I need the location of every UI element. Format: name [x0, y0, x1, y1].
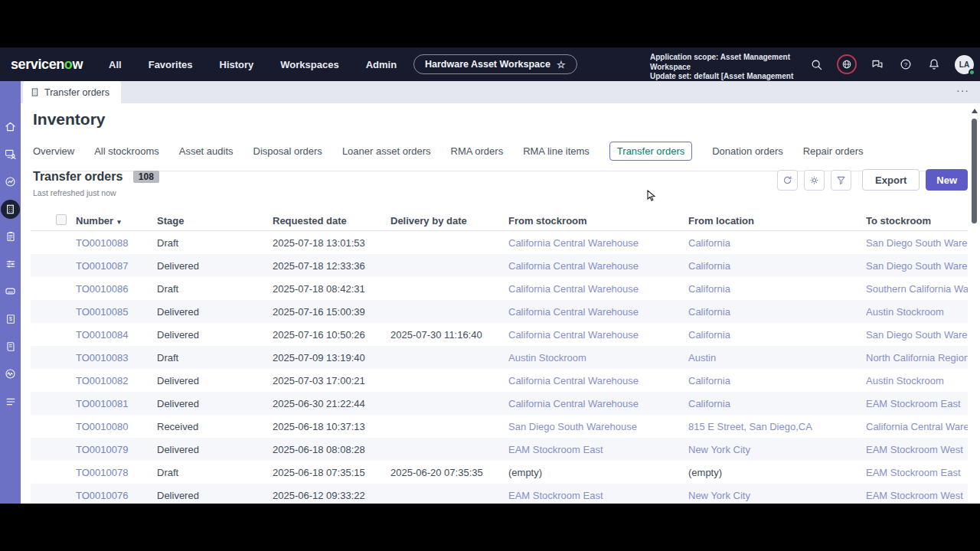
- avatar[interactable]: LA: [955, 55, 974, 74]
- contracts-book-icon[interactable]: [1, 337, 20, 356]
- cell-from-location[interactable]: California: [688, 306, 866, 318]
- cell-from-stockroom[interactable]: California Central Warehouse: [508, 329, 688, 341]
- tab-overview[interactable]: Overview: [33, 142, 74, 160]
- tab-disposal-orders[interactable]: Disposal orders: [253, 142, 322, 160]
- help-icon[interactable]: ?: [898, 57, 913, 72]
- cell-from-stockroom[interactable]: EAM Stockroom East: [508, 444, 688, 455]
- controls-sliders-icon[interactable]: [1, 254, 20, 273]
- cell-from-stockroom[interactable]: California Central Warehouse: [508, 283, 688, 295]
- settings-button[interactable]: [804, 170, 825, 191]
- analytics-icon[interactable]: [1, 172, 20, 191]
- column-header-to-stockroom[interactable]: To stockroom: [866, 215, 968, 227]
- table-row[interactable]: TO0010082Delivered2025-07-03 17:00:21Cal…: [31, 369, 968, 392]
- cell-from-stockroom[interactable]: California Central Warehouse: [508, 398, 688, 409]
- health-pulse-icon[interactable]: [1, 364, 20, 383]
- agent-workspace-icon[interactable]: [1, 145, 20, 164]
- export-button[interactable]: Export: [862, 169, 920, 191]
- scrollbar-up-arrow-icon[interactable]: [972, 109, 978, 113]
- cell-to-stockroom[interactable]: EAM Stockroom East: [866, 398, 968, 409]
- search-icon[interactable]: [808, 57, 824, 72]
- cell-to-stockroom[interactable]: Austin Stockroom: [866, 375, 968, 386]
- scrollbar-thumb[interactable]: [972, 119, 977, 223]
- tab-repair-orders[interactable]: Repair orders: [803, 142, 864, 160]
- cell-from-stockroom[interactable]: Austin Stockroom: [508, 352, 688, 364]
- audit-clipboard-icon[interactable]: [1, 227, 20, 246]
- cell-number[interactable]: TO0010082: [76, 375, 157, 386]
- cell-to-stockroom[interactable]: Southern California Ware: [866, 283, 968, 295]
- column-header-number[interactable]: Number▾: [76, 215, 157, 227]
- workspace-switcher[interactable]: Hardware Asset Workspace ☆: [413, 54, 577, 74]
- tab-rma-line-items[interactable]: RMA line items: [523, 142, 590, 160]
- hardware-drive-icon[interactable]: [1, 282, 20, 301]
- cell-from-location[interactable]: California: [688, 260, 866, 272]
- inventory-building-icon[interactable]: [1, 200, 20, 219]
- cell-to-stockroom[interactable]: Austin Stockroom: [866, 306, 968, 318]
- chat-icon[interactable]: [870, 57, 885, 72]
- open-record-tab-transfer-orders[interactable]: Transfer orders: [23, 81, 121, 103]
- tab-asset-audits[interactable]: Asset audits: [179, 142, 234, 160]
- favorite-star-icon[interactable]: ☆: [557, 59, 566, 70]
- column-header-stage[interactable]: Stage: [157, 215, 273, 227]
- table-row[interactable]: TO0010087Delivered2025-07-18 12:33:36Cal…: [31, 254, 968, 277]
- cell-from-stockroom[interactable]: California Central Warehouse: [508, 260, 688, 272]
- cell-number[interactable]: TO0010086: [76, 283, 157, 295]
- cell-to-stockroom[interactable]: San Diego South Wareho: [866, 260, 968, 272]
- table-row[interactable]: TO0010079Delivered2025-06-18 08:08:28EAM…: [31, 438, 968, 461]
- cell-from-location[interactable]: Austin: [688, 352, 866, 364]
- new-button[interactable]: New: [926, 169, 968, 191]
- nav-item-favorites[interactable]: Favorites: [149, 59, 193, 70]
- cell-to-stockroom[interactable]: San Diego South Wareho: [866, 237, 968, 249]
- cell-from-location[interactable]: California: [688, 329, 866, 341]
- cell-from-stockroom[interactable]: San Diego South Warehouse: [508, 421, 688, 432]
- cell-to-stockroom[interactable]: EAM Stockroom West: [866, 444, 968, 455]
- list-menu-icon[interactable]: [1, 392, 20, 411]
- table-row[interactable]: TO0010081Delivered2025-06-30 21:22:44Cal…: [31, 392, 968, 415]
- cell-number[interactable]: TO0010081: [76, 398, 157, 409]
- column-header-delivery-by-date[interactable]: Delivery by date: [390, 215, 508, 227]
- more-options-icon[interactable]: ···: [956, 84, 969, 96]
- select-all-checkbox[interactable]: [56, 214, 67, 225]
- tab-transfer-orders[interactable]: Transfer orders: [609, 142, 692, 161]
- cell-from-stockroom[interactable]: California Central Warehouse: [508, 306, 688, 318]
- cell-from-location[interactable]: New York City: [688, 444, 866, 455]
- cell-from-location[interactable]: California: [688, 375, 866, 386]
- tab-rma-orders[interactable]: RMA orders: [451, 142, 504, 160]
- nav-item-all[interactable]: All: [109, 59, 122, 70]
- tab-loaner-asset-orders[interactable]: Loaner asset orders: [342, 142, 431, 160]
- cell-to-stockroom[interactable]: EAM Stockroom West: [866, 490, 968, 501]
- cell-from-location[interactable]: New York City: [688, 490, 866, 501]
- cell-to-stockroom[interactable]: San Diego South Wareho: [866, 329, 968, 341]
- cell-to-stockroom[interactable]: EAM Stockroom East: [866, 467, 968, 478]
- notifications-icon[interactable]: [926, 57, 942, 72]
- cell-from-stockroom[interactable]: California Central Warehouse: [508, 375, 688, 386]
- table-row[interactable]: TO0010088Draft2025-07-18 13:01:53Califor…: [31, 231, 968, 254]
- cell-number[interactable]: TO0010079: [76, 444, 157, 455]
- nav-item-history[interactable]: History: [220, 59, 254, 70]
- table-row[interactable]: TO0010084Delivered2025-07-16 10:50:26202…: [31, 323, 968, 346]
- cell-number[interactable]: TO0010083: [76, 352, 157, 364]
- cell-number[interactable]: TO0010078: [76, 467, 157, 478]
- cell-from-location[interactable]: California: [688, 237, 866, 249]
- refresh-button[interactable]: [777, 170, 798, 191]
- nav-item-admin[interactable]: Admin: [366, 59, 397, 70]
- table-row[interactable]: TO0010085Delivered2025-07-16 15:00:39Cal…: [31, 300, 968, 323]
- cell-from-stockroom[interactable]: California Central Warehouse: [508, 237, 688, 249]
- table-row[interactable]: TO0010076Delivered2025-06-12 09:33:22EAM…: [31, 484, 968, 504]
- nav-item-workspaces[interactable]: Workspaces: [280, 59, 338, 70]
- cell-number[interactable]: TO0010076: [76, 490, 157, 501]
- tab-all-stockrooms[interactable]: All stockrooms: [94, 142, 159, 160]
- scrollbar[interactable]: [972, 109, 978, 504]
- filter-button[interactable]: [831, 170, 851, 191]
- globe-icon[interactable]: [837, 54, 857, 74]
- home-icon[interactable]: [1, 117, 20, 136]
- table-row[interactable]: TO0010080Received2025-06-18 10:37:13San …: [31, 415, 968, 438]
- cell-number[interactable]: TO0010084: [76, 329, 157, 341]
- cell-from-location[interactable]: California: [688, 283, 866, 295]
- column-header-from-location[interactable]: From location: [688, 215, 866, 227]
- cell-number[interactable]: TO0010088: [76, 237, 157, 249]
- table-row[interactable]: TO0010083Draft2025-07-09 13:19:40Austin …: [31, 346, 968, 369]
- table-row[interactable]: TO0010086Draft2025-07-18 08:42:31Califor…: [31, 277, 968, 300]
- column-header-from-stockroom[interactable]: From stockroom: [508, 215, 688, 227]
- cell-number[interactable]: TO0010085: [76, 306, 157, 318]
- invoice-icon[interactable]: $: [1, 309, 20, 328]
